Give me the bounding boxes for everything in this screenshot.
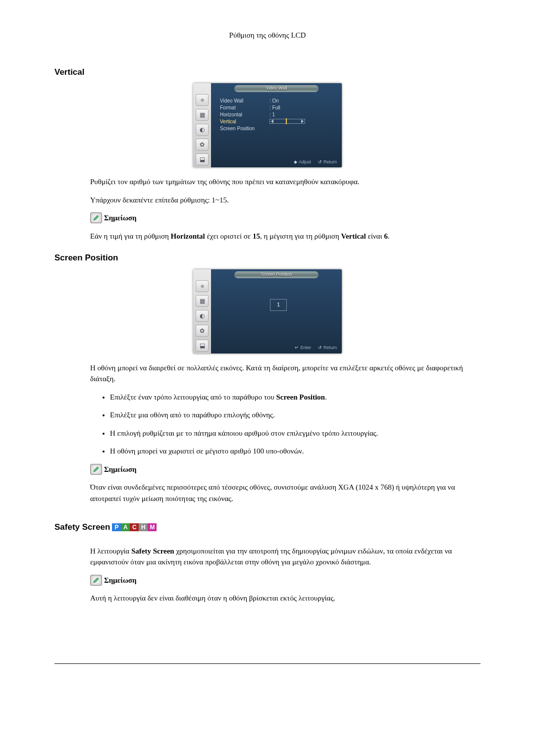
t: Επιλέξτε έναν τρόπο λειτουργίας από το π… [110,393,276,401]
page-header: Ρύθμιση της οθόνης LCD [54,30,481,41]
t: είναι [366,232,384,240]
osd-footer: ◆Adjust ↺Return [294,159,337,166]
note-label: Σημείωση [104,464,137,475]
vertical-note-text: Εάν η τιμή για τη ρύθμιση Horizontal έχε… [90,231,481,242]
t: 6 [384,232,388,240]
osd-sidebar: ⎆ ▦ ◐ ✿ ⬓ [193,83,211,167]
heading-vertical: Vertical [54,66,481,79]
osd-icon-multi: ⬓ [196,340,209,352]
note-icon [90,575,102,586]
mode-chips: P A C H M [112,523,157,531]
adjust-icon: ◆ [294,159,297,166]
osd-icon-multi: ⬓ [196,153,209,165]
safety-screen-note-text: Αυτή η λειτουργία δεν είναι διαθέσιμη ότ… [90,593,481,604]
osd-icon-timer: ◐ [196,124,209,136]
heading-screen-position: Screen Position [54,252,481,264]
safety-screen-desc: Η λειτουργία Safety Screen χρησιμοποιείτ… [90,546,481,568]
osd-row-label: Screen Position [220,125,269,132]
t: Εάν η τιμή για τη ρύθμιση [90,232,171,240]
osd-title: Video Wall [234,85,319,92]
osd-icon-picture: ▦ [196,109,209,121]
osd-row-value: : Full [269,104,280,111]
osd-row-value: : 1 [269,111,275,118]
osd-footer-adjust: Adjust [299,159,311,164]
osd-icon-settings: ✿ [196,139,209,151]
return-icon: ↺ [318,345,322,352]
list-item: Η επιλογή ρυθμίζεται με το πάτημα κάποιο… [110,428,481,439]
osd-sidebar: ⎆ ▦ ◐ ✿ ⬓ [193,269,211,353]
note-icon [90,212,102,223]
osd-row-label: Video Wall [220,97,269,104]
return-icon: ↺ [318,159,322,166]
chip-h: H [139,523,148,531]
t: Screen Position [276,393,324,401]
osd-icon-settings: ✿ [196,325,209,337]
enter-icon: ↵ [295,345,299,352]
heading-text: Safety Screen [54,521,110,534]
osd-slider [269,119,305,124]
heading-safety-screen: Safety Screen P A C H M [54,521,157,534]
osd-icon-picture: ▦ [196,295,209,307]
screen-position-desc: Η οθόνη μπορεί να διαιρεθεί σε πολλαπλές… [90,362,481,385]
chip-m: M [148,523,157,531]
chip-c: C [130,523,139,531]
footer-rule [54,663,481,664]
osd-footer: ↵Enter ↺Return [295,345,337,352]
osd-footer-return: Return [323,159,337,164]
osd-video-wall: ⎆ ▦ ◐ ✿ ⬓ Video Wall Video Wall: On Form… [193,83,342,167]
list-item: Η οθόνη μπορεί να χωριστεί σε μέγιστο αρ… [110,446,481,457]
t: . [325,393,327,401]
osd-screen-position: ⎆ ▦ ◐ ✿ ⬓ Screen Position 1 ↵Enter ↺Retu… [193,269,342,353]
t: . [388,232,390,240]
osd-icon-timer: ◐ [196,310,209,322]
osd-title: Screen Position [234,271,319,278]
list-item: Επιλέξτε έναν τρόπο λειτουργίας από το π… [110,392,481,403]
osd-row-label: Format [220,104,269,111]
osd-row-value: : On [269,97,279,104]
list-item: Επιλέξτε μια οθόνη από το παράθυρο επιλο… [110,409,481,421]
screen-position-note-text: Όταν είναι συνδεδεμένες περισσότερες από… [90,482,481,504]
osd-footer-return: Return [323,345,337,350]
screen-position-bullets: Επιλέξτε έναν τρόπο λειτουργίας από το π… [90,392,481,457]
t: Safety Screen [131,547,174,555]
osd-row-label-selected: Vertical [220,118,269,125]
note-icon [90,464,102,475]
t: Vertical [341,232,366,240]
chip-p: P [112,523,121,531]
osd-footer-enter: Enter [300,345,311,350]
note-label: Σημείωση [104,575,137,586]
osd-icon-input: ⎆ [196,280,209,292]
osd-row-label: Horizontal [220,111,269,118]
note-label: Σημείωση [104,212,137,224]
screen-position-cell: 1 [270,299,287,311]
chip-a: A [121,523,130,531]
t: , η μέγιστη για τη ρύθμιση [260,232,341,240]
osd-icon-input: ⎆ [196,94,209,106]
vertical-desc-2: Υπάρχουν δεκαπέντε επίπεδα ρύθμισης: 1~1… [90,195,481,206]
t: Η λειτουργία [90,547,131,555]
t: έχει οριστεί σε [205,232,253,240]
t: Horizontal [171,232,205,240]
t: 15 [253,232,260,240]
vertical-desc-1: Ρυθμίζει τον αριθμό των τμημάτων της οθό… [90,176,481,188]
